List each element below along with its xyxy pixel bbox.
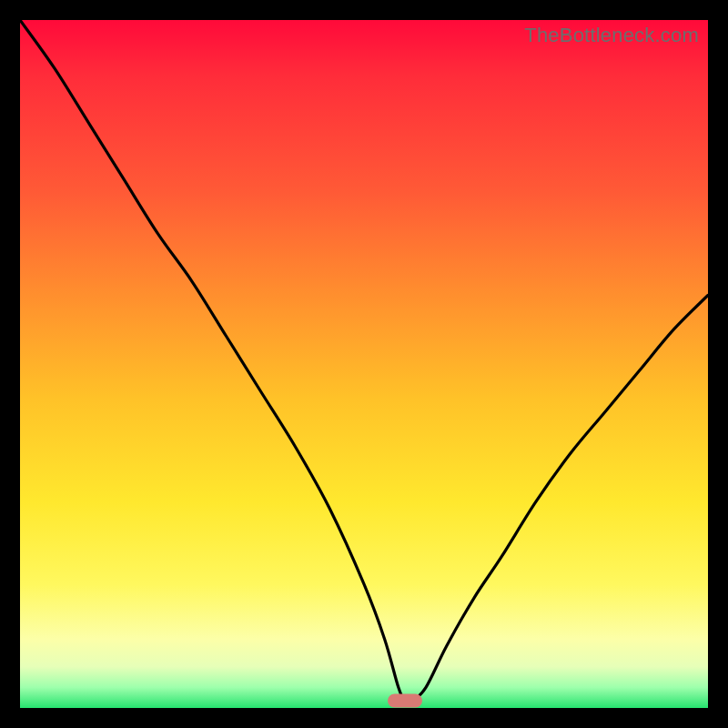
minimum-marker (388, 694, 422, 708)
curve-path (20, 20, 708, 703)
chart-frame: TheBottleneck.com (0, 0, 728, 728)
plot-area: TheBottleneck.com (20, 20, 708, 708)
bottleneck-curve (20, 20, 708, 708)
watermark-text: TheBottleneck.com (524, 24, 699, 47)
